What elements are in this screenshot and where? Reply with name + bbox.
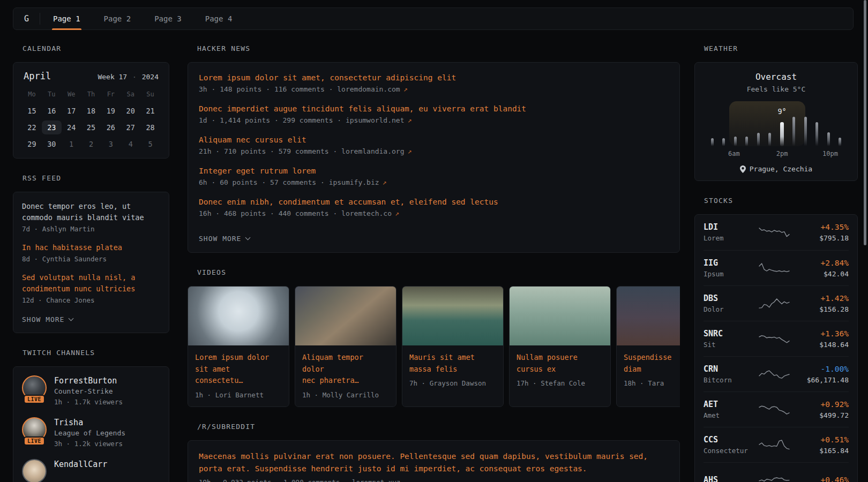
top-navbar: G Page 1 Page 2 Page 3 Page 4 (13, 7, 854, 30)
video-title[interactable]: Suspendisse diam (624, 352, 680, 375)
stock-identity: LDI Lorem (704, 222, 756, 243)
stock-row[interactable]: SNRC Sit +1.36% $148.64 (704, 321, 849, 356)
left-column: CALENDAR April Week 17 · 2024 MoTuWeThFr… (13, 30, 169, 482)
calendar-weekday: Sa (121, 88, 140, 101)
video-thumbnail[interactable] (617, 287, 680, 345)
stock-values: +0.51% $165.84 (792, 434, 849, 456)
video-card[interactable]: Mauris sit amet massa felis 7h · Grayson… (402, 286, 504, 407)
rss-section-title: RSS FEED (13, 175, 169, 182)
stock-name: Amet (704, 410, 756, 420)
hn-item-meta: 6h · 60 points · 57 comments · ipsumify.… (199, 177, 669, 188)
app-logo[interactable]: G (13, 8, 40, 29)
weather-bar (722, 138, 725, 146)
video-title[interactable]: Mauris sit amet massa felis (409, 352, 496, 375)
stock-row[interactable]: CCS Consectetur +0.51% $165.84 (704, 427, 849, 462)
show-more-label: SHOW MORE (22, 315, 64, 323)
chevron-down-icon (69, 316, 74, 321)
hn-item-link[interactable]: Integer eget rutrum lorem (199, 167, 316, 175)
weather-bar (815, 122, 818, 146)
stock-ticker: DBS (704, 293, 756, 304)
stock-row[interactable]: CRN Bitcorn -1.00% $66,171.48 (704, 356, 849, 391)
hn-item-link[interactable]: Lorem ipsum dolor sit amet, consectetur … (199, 73, 456, 82)
stock-identity: AHS (704, 475, 756, 482)
weather-bar (734, 137, 737, 146)
twitch-widget: LIVE ForrestBurton Counter-Strike 1h · 1… (13, 366, 169, 482)
external-link-icon: ↗ (395, 209, 399, 217)
rss-item: In hac habitasse platea 8d · Cynthia Sau… (22, 242, 160, 265)
video-title[interactable]: Lorem ipsum dolor sit amet consectetu… (195, 352, 282, 387)
video-info: Aliquam tempor dolor nec pharetra… 1h · … (295, 345, 396, 406)
calendar-day: 16 (42, 104, 62, 118)
scrollbar[interactable] (864, 0, 866, 245)
stock-values: +2.84% $42.04 (792, 258, 849, 279)
video-thumbnail[interactable] (402, 287, 503, 345)
stock-ticker: AET (704, 399, 756, 410)
calendar-day: 30 (42, 137, 62, 151)
video-title[interactable]: Aliquam tempor dolor nec pharetra… (302, 352, 389, 387)
calendar-section-title: CALENDAR (13, 45, 169, 52)
video-card[interactable]: Suspendisse diam 18h · Tara (616, 286, 680, 407)
twitch-channel-row[interactable]: LIVE ForrestBurton Counter-Strike 1h · 1… (22, 375, 160, 408)
chevron-down-icon (245, 235, 251, 240)
video-card[interactable]: Lorem ipsum dolor sit amet consectetu… 1… (188, 286, 289, 407)
calendar-weekday: Mo (22, 88, 42, 101)
twitch-section-title: TWITCH CHANNELS (13, 349, 169, 356)
weather-hourly-chart: 9° (710, 101, 842, 146)
video-thumbnail[interactable] (188, 287, 289, 345)
video-thumbnail[interactable] (510, 287, 610, 345)
tab-page-3[interactable]: Page 3 (143, 8, 193, 29)
weather-bar (804, 117, 807, 146)
rss-item-link[interactable]: In hac habitasse platea (22, 242, 160, 253)
rss-item-meta: 12d · Chance Jones (22, 295, 160, 306)
stock-name: Ipsum (704, 269, 756, 279)
video-card[interactable]: Nullam posuere cursus ex 17h · Stefan Co… (509, 286, 611, 407)
rss-item-link[interactable]: Donec tempor eros leo, ut commodo mauris… (22, 201, 160, 223)
hn-show-more-button[interactable]: SHOW MORE (199, 235, 250, 243)
weather-bar (768, 133, 771, 146)
stock-values: +1.36% $148.64 (792, 328, 849, 350)
stock-row[interactable]: DBS Dolor +1.42% $156.28 (704, 285, 849, 321)
channel-meta: 3h · 1.2k viewers (54, 439, 125, 449)
rss-item-link[interactable]: Sed volutpat nulla nisl, a condimentum n… (22, 272, 160, 295)
channel-info: KendallCarr (54, 459, 107, 482)
calendar-day: 28 (140, 120, 160, 134)
calendar-weekday: Su (140, 88, 160, 101)
stock-row[interactable]: AHS +0.46% (704, 462, 849, 482)
subreddit-meta-text: 19h · 9,932 points · 1,090 comments · lo… (199, 478, 400, 482)
twitch-channel-row[interactable]: LIVE Trisha League of Legends 3h · 1.2k … (22, 417, 160, 449)
video-thumbnail[interactable] (295, 287, 396, 345)
twitch-channel-row[interactable]: KendallCarr (22, 459, 160, 482)
hn-item-link[interactable]: Aliquam nec cursus elit (199, 135, 306, 144)
stock-row[interactable]: IIG Ipsum +2.84% $42.04 (704, 250, 849, 285)
external-link-icon: ↗ (403, 478, 408, 482)
stock-row[interactable]: LDI Lorem +4.35% $795.18 (704, 215, 849, 250)
weather-bar (792, 117, 795, 146)
hn-item: Donec imperdiet augue tincidunt felis al… (199, 103, 669, 126)
stock-values: +1.42% $156.28 (792, 293, 849, 314)
external-link-icon: ↗ (408, 116, 412, 124)
rss-show-more-button[interactable]: SHOW MORE (22, 315, 73, 323)
hn-item-link[interactable]: Donec enim nibh, condimentum et accumsan… (199, 198, 498, 206)
rss-item: Donec tempor eros leo, ut commodo mauris… (22, 201, 160, 235)
stock-sparkline (756, 438, 792, 453)
video-card[interactable]: Aliquam tempor dolor nec pharetra… 1h · … (295, 286, 396, 407)
stock-sparkline (756, 261, 792, 276)
channel-info: ForrestBurton Counter-Strike 1h · 1.7k v… (54, 375, 123, 408)
hn-item-meta: 16h · 468 points · 440 comments · loremt… (199, 208, 669, 219)
tab-page-1[interactable]: Page 1 (41, 8, 92, 29)
stock-values: +4.35% $795.18 (792, 222, 849, 243)
stock-row[interactable]: AET Amet +0.92% $499.72 (704, 391, 849, 427)
hn-item-link[interactable]: Donec imperdiet augue tincidunt felis al… (199, 104, 526, 113)
time-label: 2pm (776, 150, 788, 157)
hn-item-meta: 3h · 148 points · 116 comments · loremdo… (199, 84, 669, 95)
stock-identity: IIG Ipsum (704, 258, 756, 279)
video-meta: 1h · Lori Barnett (195, 391, 282, 399)
channel-game: League of Legends (54, 428, 125, 439)
calendar-day: 1 (62, 137, 81, 151)
weather-bar (757, 133, 760, 146)
tab-page-2[interactable]: Page 2 (92, 8, 143, 29)
calendar-week-label: Week 17 (98, 73, 127, 81)
tab-page-4[interactable]: Page 4 (193, 8, 244, 29)
subreddit-post-link[interactable]: Maecenas mollis pulvinar erat non posuer… (199, 452, 648, 473)
video-title[interactable]: Nullam posuere cursus ex (517, 352, 603, 375)
